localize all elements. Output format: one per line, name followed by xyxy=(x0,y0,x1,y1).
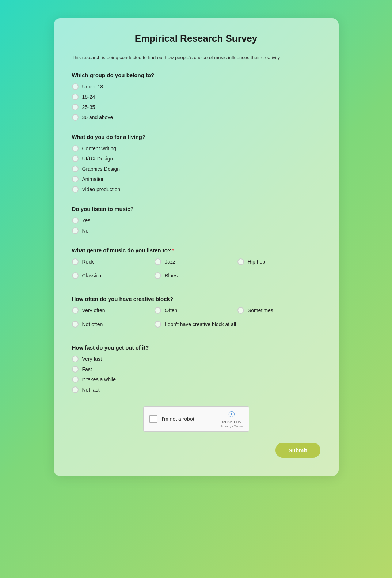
radio-rock[interactable] xyxy=(72,258,79,265)
option-not-fast-label: Not fast xyxy=(82,387,100,393)
captcha-label: I'm not a robot xyxy=(162,416,216,422)
option-row: Sometimes xyxy=(237,307,320,314)
question-age-group: Which group do you belong to? Under 18 1… xyxy=(72,72,320,121)
radio-cb-2[interactable] xyxy=(237,307,244,314)
radio-video[interactable] xyxy=(72,186,79,193)
radio-under18[interactable] xyxy=(72,83,79,90)
option-uiux-label: UI/UX Design xyxy=(82,156,113,162)
captcha-links: Privacy · Terms xyxy=(220,424,243,428)
creative-block-grid: Very often Often Sometimes Not often I d… xyxy=(72,307,320,331)
radio-cb-1[interactable] xyxy=(155,307,161,314)
radio-content-writing[interactable] xyxy=(72,145,79,152)
radio-fast[interactable] xyxy=(72,366,79,373)
radio-animation[interactable] xyxy=(72,176,79,182)
radio-takes-while[interactable] xyxy=(72,376,79,383)
captcha-checkbox[interactable] xyxy=(149,415,157,423)
captcha-brand: reCAPTCHA xyxy=(222,420,241,424)
radio-not-fast[interactable] xyxy=(72,386,79,393)
music-genre-grid: Rock Jazz Hip hop Classical Blues xyxy=(72,258,320,283)
captcha-section: I'm not a robot ☉ reCAPTCHA Privacy · Te… xyxy=(72,406,320,432)
option-yes-label: Yes xyxy=(82,218,91,223)
option-row: 25-35 xyxy=(72,104,320,110)
option-row: I don't have creative block at all xyxy=(155,321,237,328)
radio-25-35[interactable] xyxy=(72,104,79,110)
option-video-label: Video production xyxy=(82,186,121,192)
question-age-group-text: Which group do you belong to? xyxy=(72,72,320,78)
question-listen-music: Do you listen to music? Yes No xyxy=(72,206,320,234)
option-row: Jazz xyxy=(155,258,237,265)
option-row: Classical xyxy=(72,272,155,279)
option-18-24-label: 18-24 xyxy=(82,94,95,100)
option-36-above-label: 36 and above xyxy=(82,114,113,120)
radio-cb-3[interactable] xyxy=(72,321,79,328)
radio-no[interactable] xyxy=(72,227,79,234)
option-row: Not fast xyxy=(72,386,320,393)
question-get-out: How fast do you get out of it? Very fast… xyxy=(72,344,320,393)
option-row: Animation xyxy=(72,176,320,182)
option-row: UI/UX Design xyxy=(72,155,320,162)
question-occupation: What do you do for a living? Content wri… xyxy=(72,134,320,193)
question-creative-block: How often do you have creative block? Ve… xyxy=(72,296,320,331)
option-row: Yes xyxy=(72,217,320,224)
question-listen-music-text: Do you listen to music? xyxy=(72,206,320,212)
radio-blues[interactable] xyxy=(155,272,161,279)
option-row: Fast xyxy=(72,366,320,373)
option-content-writing-label: Content writing xyxy=(82,146,116,151)
recaptcha-icon: ☉ xyxy=(228,410,235,419)
radio-cb-0[interactable] xyxy=(72,307,79,314)
radio-hiphop[interactable] xyxy=(237,258,244,265)
option-row: 18-24 xyxy=(72,94,320,100)
option-row: Content writing xyxy=(72,145,320,152)
title-divider xyxy=(72,48,320,48)
option-row: Blues xyxy=(155,272,237,279)
question-get-out-text: How fast do you get out of it? xyxy=(72,344,320,351)
question-creative-block-text: How often do you have creative block? xyxy=(72,296,320,302)
survey-card: Empirical Research Survey This research … xyxy=(54,18,339,476)
option-under18-label: Under 18 xyxy=(82,84,103,90)
captcha-box[interactable]: I'm not a robot ☉ reCAPTCHA Privacy · Te… xyxy=(143,406,249,432)
captcha-logo: ☉ reCAPTCHA Privacy · Terms xyxy=(220,410,243,428)
question-music-genre-text: What genre of music do you listen to?* xyxy=(72,247,320,253)
option-rock-label: Rock xyxy=(82,259,94,265)
question-occupation-text: What do you do for a living? xyxy=(72,134,320,140)
option-row: Video production xyxy=(72,186,320,193)
option-row: Rock xyxy=(72,258,155,265)
option-row: No xyxy=(72,227,320,234)
option-takes-while-label: It takes a while xyxy=(82,377,116,382)
option-25-35-label: 25-35 xyxy=(82,104,95,110)
option-animation-label: Animation xyxy=(82,176,105,182)
option-very-fast-label: Very fast xyxy=(82,356,102,362)
option-jazz-label: Jazz xyxy=(165,259,175,265)
submit-button[interactable]: Submit xyxy=(275,443,320,458)
radio-cb-4[interactable] xyxy=(155,321,161,328)
submit-row: Submit xyxy=(72,443,320,458)
radio-jazz[interactable] xyxy=(155,258,161,265)
option-row: 36 and above xyxy=(72,114,320,121)
required-marker: * xyxy=(172,247,174,253)
radio-yes[interactable] xyxy=(72,217,79,224)
option-row: Very fast xyxy=(72,356,320,362)
option-graphics-label: Graphics Design xyxy=(82,166,120,172)
option-no-label: No xyxy=(82,228,89,234)
radio-classical[interactable] xyxy=(72,272,79,279)
option-row: It takes a while xyxy=(72,376,320,383)
option-row: Under 18 xyxy=(72,83,320,90)
option-blues-label: Blues xyxy=(165,273,178,279)
radio-uiux[interactable] xyxy=(72,155,79,162)
option-row: Graphics Design xyxy=(72,166,320,172)
option-row: Not often xyxy=(72,321,155,328)
option-row: Often xyxy=(155,307,237,314)
option-row: Hip hop xyxy=(237,258,320,265)
radio-36-above[interactable] xyxy=(72,114,79,121)
radio-18-24[interactable] xyxy=(72,94,79,100)
option-row: Very often xyxy=(72,307,155,314)
survey-title: Empirical Research Survey xyxy=(72,33,320,44)
radio-very-fast[interactable] xyxy=(72,356,79,362)
question-music-genre: What genre of music do you listen to?* R… xyxy=(72,247,320,283)
option-hiphop-label: Hip hop xyxy=(248,259,265,265)
radio-graphics[interactable] xyxy=(72,166,79,172)
option-classical-label: Classical xyxy=(82,273,103,279)
survey-subtitle: This research is being conducted to find… xyxy=(72,55,320,60)
option-fast-label: Fast xyxy=(82,366,92,372)
